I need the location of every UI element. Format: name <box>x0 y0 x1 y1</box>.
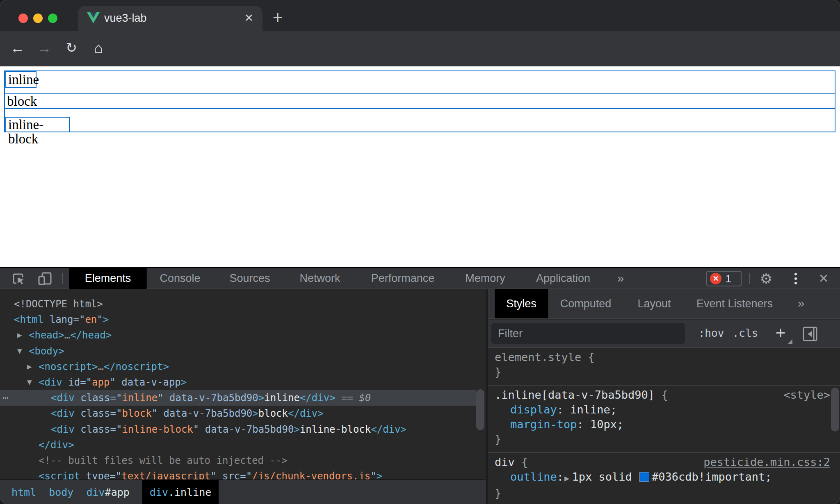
window-zoom-button[interactable] <box>48 14 57 23</box>
breadcrumb-item[interactable]: div#app <box>86 480 129 504</box>
error-badge[interactable]: ✕ 1 <box>706 271 742 286</box>
devtools-tab-console[interactable]: Console <box>160 268 200 289</box>
sidebar-tab-styles[interactable]: Styles <box>495 289 548 318</box>
inline-block-div: inline-block <box>5 117 70 132</box>
inline-block-label: inline-block <box>6 118 69 146</box>
sidebar-tab-event-listeners[interactable]: Event Listeners <box>696 289 773 318</box>
css-property[interactable]: outline:▶1px solid #036cdb!important; <box>488 470 840 486</box>
dom-scrollbar-thumb[interactable] <box>476 389 484 430</box>
breadcrumb-item[interactable]: html <box>11 480 36 504</box>
class-toggle[interactable]: .cls <box>733 320 758 348</box>
back-icon[interactable]: ← <box>6 31 29 66</box>
dom-row[interactable]: </div> <box>0 437 486 453</box>
inspect-element-icon[interactable] <box>7 268 29 289</box>
breadcrumb-item[interactable]: div.inline <box>142 480 219 504</box>
more-tabs-icon[interactable]: » <box>617 268 624 289</box>
expand-shorthand-icon[interactable]: ▶ <box>564 474 572 482</box>
dom-row[interactable]: ⋯<div class="inline" data-v-7ba5bd90>inl… <box>0 390 476 406</box>
dom-row[interactable]: <!-- built files will be auto injected -… <box>0 453 486 468</box>
page-viewport: inline block inline-block <box>0 66 840 267</box>
dom-breadcrumbs: htmlbodydiv#appdiv.inline <box>0 479 486 504</box>
devtools-menu-dots-icon[interactable] <box>785 268 806 289</box>
device-toolbar-icon[interactable] <box>34 268 56 289</box>
breadcrumb-item[interactable]: body <box>49 480 73 504</box>
block-label: block <box>5 94 835 109</box>
computed-sidebar-toggle-icon[interactable] <box>803 327 817 341</box>
dom-row[interactable]: ▶<head>…</head> <box>0 327 486 343</box>
home-icon[interactable]: ⌂ <box>87 31 110 66</box>
devtools-tab-performance[interactable]: Performance <box>371 268 435 289</box>
sidebar-tab-layout[interactable]: Layout <box>637 289 671 318</box>
dom-row[interactable]: <script type="text/javascript" src="/js/… <box>0 468 486 479</box>
forward-icon[interactable]: → <box>33 31 56 66</box>
stylesheet-link[interactable]: pesticide.min.css:2 <box>703 455 830 470</box>
browser-window: vue3-lab ✕ + ← → ↻ ⌂ localhost:8080 ☆ <box>0 0 840 504</box>
css-property[interactable]: display: inline; <box>488 402 840 417</box>
devtools-close-icon[interactable]: ✕ <box>813 268 834 289</box>
new-style-rule-button[interactable]: + <box>776 320 786 348</box>
devtools-tab-memory[interactable]: Memory <box>465 268 505 289</box>
collapse-arrow-icon[interactable]: ▼ <box>17 343 22 359</box>
window-close-button[interactable] <box>18 14 28 23</box>
devtools-tab-application[interactable]: Application <box>536 268 590 289</box>
devtools-panel: ElementsConsoleSourcesNetworkPerformance… <box>0 267 840 504</box>
browser-toolbar: ← → ↻ ⌂ localhost:8080 ☆ <box>0 31 840 66</box>
error-count: 1 <box>726 273 731 285</box>
style-rule[interactable]: element.style {} <box>488 348 840 386</box>
inline-label: inline <box>6 72 36 87</box>
inline-div: inline <box>5 71 37 88</box>
style-rules: element.style {}.inline[data-v-7ba5bd90]… <box>488 348 840 504</box>
more-sidebar-tabs-icon[interactable]: » <box>798 289 805 318</box>
window-minimize-button[interactable] <box>33 14 43 23</box>
styles-scrollbar-thumb[interactable] <box>831 388 839 431</box>
toolbar-separator <box>62 273 63 284</box>
sidebar-tab-computed[interactable]: Computed <box>560 289 612 318</box>
browser-tab[interactable]: vue3-lab ✕ <box>78 6 262 31</box>
devtools-tab-network[interactable]: Network <box>299 268 340 289</box>
vue-favicon-icon <box>87 12 100 23</box>
devtools-tab-sources[interactable]: Sources <box>229 268 270 289</box>
sidebar-tabs: StylesComputedLayoutEvent Listeners » <box>488 289 840 319</box>
new-tab-button[interactable]: + <box>267 6 288 31</box>
elements-tree: <!DOCTYPE html><html lang="en">▶<head>…<… <box>0 289 486 479</box>
tab-title: vue3-lab <box>104 6 147 31</box>
pseudo-state-toggle[interactable]: :hov <box>698 320 724 348</box>
style-rule[interactable]: .inline[data-v-7ba5bd90] {<style>display… <box>488 386 840 453</box>
block-div: block <box>4 93 835 109</box>
tab-close-icon[interactable]: ✕ <box>244 6 253 31</box>
new-rule-caret-icon <box>788 339 792 344</box>
styles-filter-bar: :hov .cls + <box>488 320 840 348</box>
styles-sidebar: StylesComputedLayoutEvent Listeners » :h… <box>488 289 840 504</box>
dom-row[interactable]: ▼<div id="app" data-v-app> <box>0 375 486 390</box>
style-rule[interactable]: div {pesticide.min.css:2outline:▶1px sol… <box>488 453 840 504</box>
css-property[interactable]: margin-top: 10px; <box>488 417 840 432</box>
dom-row[interactable]: <div class="inline-block" data-v-7ba5bd9… <box>0 422 486 437</box>
expand-arrow-icon[interactable]: ▶ <box>27 359 32 375</box>
collapse-arrow-icon[interactable]: ▼ <box>27 375 32 390</box>
devtools-toolbar: ElementsConsoleSourcesNetworkPerformance… <box>0 268 840 289</box>
dom-row[interactable]: ▼<body> <box>0 343 486 359</box>
dom-row[interactable]: <div class="block" data-v-7ba5bd90>block… <box>0 406 486 421</box>
devtools-tab-elements[interactable]: Elements <box>69 268 147 289</box>
reload-icon[interactable]: ↻ <box>60 31 83 66</box>
dom-row[interactable]: <!DOCTYPE html> <box>0 296 486 312</box>
expand-arrow-icon[interactable]: ▶ <box>17 327 22 343</box>
row-menu-dots-icon[interactable]: ⋯ <box>2 390 9 406</box>
styles-filter-input[interactable] <box>491 323 685 344</box>
dom-row[interactable]: ▶<noscript>…</noscript> <box>0 359 486 375</box>
settings-gear-icon[interactable]: ⚙ <box>756 268 777 289</box>
tab-strip: vue3-lab ✕ + <box>0 0 840 31</box>
toolbar-separator <box>749 273 750 284</box>
dom-row[interactable]: <html lang="en"> <box>0 312 486 327</box>
color-swatch[interactable] <box>639 472 649 482</box>
style-origin: <style> <box>783 388 830 402</box>
error-icon: ✕ <box>710 273 721 284</box>
